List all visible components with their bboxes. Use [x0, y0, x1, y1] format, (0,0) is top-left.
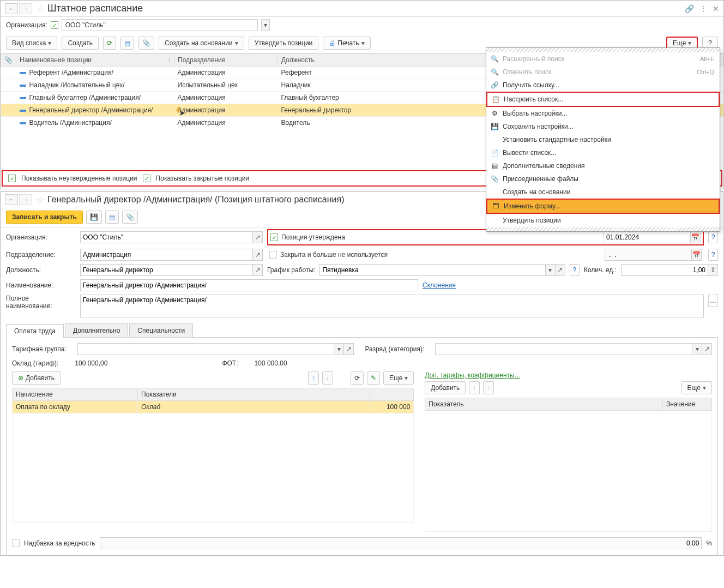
extra-coef-link[interactable]: Доп. тарифы, коэффициенты...	[425, 371, 520, 379]
attach-button[interactable]: 📎	[138, 37, 154, 50]
harm-value-input[interactable]	[100, 537, 702, 549]
col-indicators[interactable]: Показатели	[138, 388, 370, 401]
col-value[interactable]: Значение	[663, 398, 712, 411]
help-button[interactable]: ?	[708, 249, 718, 261]
org-dropdown-button[interactable]: ▾	[261, 19, 270, 31]
help-button[interactable]: ?	[708, 231, 718, 243]
org-checkbox[interactable]: ✓	[51, 21, 58, 29]
menu-approve[interactable]: Утвердить позиции	[486, 214, 720, 227]
approved-checkbox[interactable]: ✓	[270, 233, 278, 241]
favorite-icon[interactable]: ☆	[37, 3, 44, 14]
menu-create-based[interactable]: Создать на основании	[486, 185, 720, 199]
coef-up-button[interactable]: ↑	[469, 381, 480, 394]
more-coef-button[interactable]: Еще▾	[681, 381, 712, 394]
menu-choose-settings[interactable]: ⚙Выбрать настройки...	[486, 107, 720, 120]
sched-dropdown[interactable]: ▾	[546, 264, 556, 276]
salary-label: Оклад (тариф):	[12, 359, 58, 367]
closed-checkbox[interactable]	[269, 251, 277, 259]
coef-table: Показатель Значение	[425, 398, 712, 411]
declension-link[interactable]: Склонения	[423, 281, 456, 289]
attach-button[interactable]: 📎	[122, 211, 138, 224]
menu-change-form[interactable]: 🗔Изменить форму...	[486, 199, 720, 214]
approve-button[interactable]: Утвердить позиции	[249, 37, 319, 50]
kebab-icon[interactable]: ⋮	[699, 4, 707, 13]
col-dept[interactable]: Подразделение	[174, 54, 278, 67]
position-detail-window: ← → ☆ Генеральный директор /Администраци…	[0, 191, 724, 556]
menu-adv-search[interactable]: 🔍Расширенный поискAlt+F	[486, 52, 720, 65]
add-accrual-button[interactable]: ⊕Добавить	[12, 371, 61, 385]
col-name[interactable]: Наименование позиции↑	[16, 54, 174, 67]
detail-favorite-icon[interactable]: ☆	[37, 195, 44, 205]
list-icon-button[interactable]: ▤	[105, 211, 119, 224]
col-attach[interactable]: 📎	[1, 54, 16, 67]
closed-date-input[interactable]	[605, 249, 692, 261]
org-open-button[interactable]: ↗	[253, 231, 263, 243]
units-input[interactable]	[621, 264, 708, 276]
name-input[interactable]	[80, 279, 418, 291]
rank-label: Разряд (категория):	[365, 345, 424, 353]
fullname-expand[interactable]: …	[708, 295, 718, 307]
detail-back-button[interactable]: ←	[5, 194, 18, 205]
help-button[interactable]: ?	[570, 264, 580, 276]
org-select[interactable]: ООО "Стиль"	[62, 19, 258, 31]
forward-button[interactable]: →	[19, 3, 32, 14]
list-icon-button[interactable]: ▤	[120, 37, 134, 50]
menu-std-settings[interactable]: Установить стандартные настройки	[486, 133, 720, 146]
more-accruals-button[interactable]: Еще▾	[383, 371, 414, 385]
tg-dropdown[interactable]: ▾	[334, 343, 344, 355]
dept-open-button[interactable]: ↗	[253, 249, 263, 261]
tg-open[interactable]: ↗	[344, 343, 354, 355]
org-label: Организация:	[6, 21, 47, 29]
approved-date-input[interactable]	[604, 231, 691, 243]
coef-down-button[interactable]: ↓	[483, 381, 494, 394]
menu-get-link[interactable]: 🔗Получить ссылку...	[486, 79, 720, 92]
sched-open[interactable]: ↗	[556, 264, 565, 276]
rank-dropdown[interactable]: ▾	[692, 343, 702, 355]
form-icon: 🗔	[492, 202, 499, 210]
tab-extra[interactable]: Дополнительно	[65, 323, 128, 337]
detail-forward-button[interactable]: →	[19, 194, 32, 205]
refresh-accruals-button[interactable]: ⟳	[351, 371, 364, 385]
move-up-button[interactable]: ↑	[308, 371, 319, 385]
link-icon[interactable]: 🔗	[685, 4, 694, 13]
menu-save-settings[interactable]: 💾Сохранить настройки...	[486, 120, 720, 133]
menu-cancel-search[interactable]: 🔍Отменить поискCtrl+Q	[486, 65, 720, 79]
save-close-button[interactable]: Записать и закрыть	[6, 211, 83, 224]
sched-input[interactable]	[319, 264, 545, 276]
org-input[interactable]	[80, 231, 253, 243]
save-button[interactable]: 💾	[86, 211, 102, 224]
add-coef-button[interactable]: Добавить	[425, 381, 466, 394]
show-unapproved-label: Показывать неутвержденные позиции	[21, 175, 137, 182]
rank-open[interactable]: ↗	[702, 343, 712, 355]
dept-input[interactable]	[80, 249, 253, 261]
show-unapproved-checkbox[interactable]: ✓	[8, 175, 16, 182]
col-indicator[interactable]: Показатель	[425, 398, 663, 411]
create-button[interactable]: Создать	[62, 37, 99, 50]
units-spinner[interactable]: ⇕	[708, 264, 718, 276]
calendar-icon[interactable]: 📅	[692, 249, 702, 261]
tab-pay[interactable]: Оплата труда	[6, 324, 64, 338]
harm-checkbox[interactable]	[12, 539, 20, 547]
create-based-button[interactable]: Создать на основании▾	[159, 37, 244, 50]
print-button[interactable]: 🖨Печать▾	[323, 37, 370, 50]
fullname-input[interactable]	[80, 295, 704, 317]
menu-output-list[interactable]: 📄Вывести список...	[486, 146, 720, 159]
move-down-button[interactable]: ↓	[322, 371, 333, 385]
rank-input[interactable]	[435, 343, 692, 355]
edit-accruals-button[interactable]: ✎	[367, 371, 380, 385]
tab-spec[interactable]: Специальности	[129, 323, 193, 337]
tariff-group-input[interactable]	[77, 343, 335, 355]
back-button[interactable]: ←	[5, 3, 18, 14]
accrual-row[interactable]: Оплата по окладу Оклад 100 000	[13, 401, 414, 413]
menu-config-list[interactable]: 📋Настроить список...	[486, 92, 720, 107]
pos-input[interactable]	[80, 264, 253, 276]
menu-extra-info[interactable]: ▤Дополнительные сведения	[486, 159, 720, 172]
close-icon[interactable]: ✕	[713, 4, 719, 13]
pos-open-button[interactable]: ↗	[253, 264, 263, 276]
calendar-icon[interactable]: 📅	[691, 231, 701, 243]
menu-attached-files[interactable]: 📎Присоединенные файлы	[486, 172, 720, 185]
show-closed-checkbox[interactable]: ✓	[143, 175, 150, 182]
col-accrual[interactable]: Начисление	[13, 388, 138, 401]
list-type-button[interactable]: Вид списка▾	[6, 37, 57, 50]
refresh-button[interactable]: ⟳	[103, 37, 116, 50]
